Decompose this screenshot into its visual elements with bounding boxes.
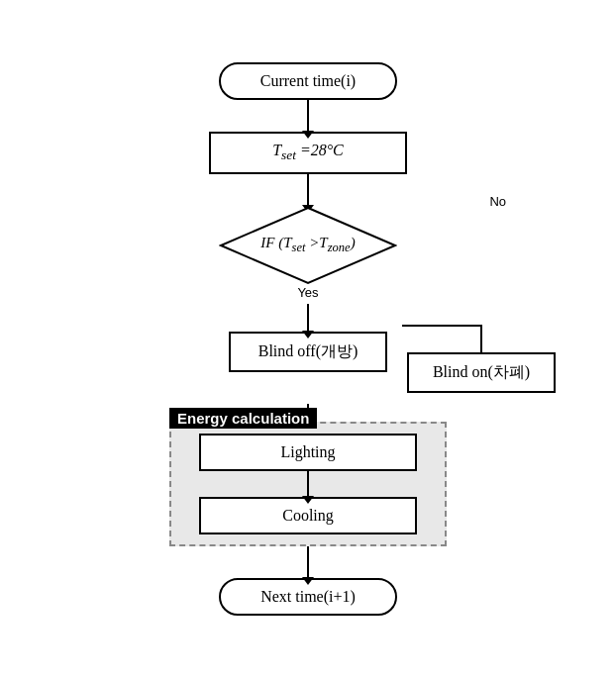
no-vline-top	[480, 325, 482, 352]
blind-on-node: Blind on(차폐)	[407, 352, 556, 393]
current-time-label: Current time(i)	[260, 72, 356, 89]
energy-section: Energy calculation Lighting Cooling	[169, 422, 447, 546]
branch-container: Yes Blind off(개방) Blind on(차폐)	[31, 285, 585, 404]
cooling-label: Cooling	[282, 507, 334, 524]
yes-label: Yes	[297, 285, 318, 300]
arrow-1	[307, 100, 309, 132]
merge-section: Energy calculation Lighting Cooling Next…	[31, 404, 585, 616]
blind-on-label: Blind on(차폐)	[433, 363, 530, 380]
tset-label: Tset =28°C	[272, 142, 344, 158]
current-time-node: Current time(i)	[219, 62, 397, 100]
blind-off-label: Blind off(개방)	[258, 342, 359, 359]
yes-arrow	[307, 304, 309, 332]
arrow-lighting-cooling	[307, 471, 309, 497]
next-time-label: Next time(i+1)	[260, 588, 356, 605]
yes-branch: Yes Blind off(개방)	[229, 285, 387, 372]
lighting-node: Lighting	[199, 434, 417, 471]
no-label-container: No	[489, 192, 506, 210]
no-branch: Blind on(차폐)	[407, 325, 556, 393]
lighting-label: Lighting	[280, 443, 335, 460]
energy-label: Energy calculation	[169, 408, 317, 429]
h-connector-no	[402, 325, 481, 327]
arrow-2	[307, 174, 309, 206]
no-label: No	[489, 194, 506, 209]
condition-diamond: IF (Tset >Tzone)	[219, 206, 397, 285]
flowchart: Current time(i) Tset =28°C IF (Tset >Tzo…	[31, 62, 585, 615]
arrow-after-energy	[307, 546, 309, 578]
condition-text: IF (Tset >Tzone)	[260, 234, 355, 255]
condition-diamond-wrapper: IF (Tset >Tzone) No	[31, 206, 585, 285]
